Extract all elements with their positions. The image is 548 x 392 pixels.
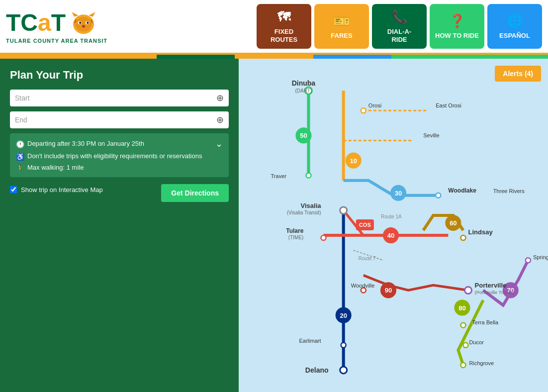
espanol-icon: 🌐 — [507, 13, 523, 29]
nav-dial-a-ride[interactable]: 📞 DIAL-A-RIDE — [372, 4, 427, 49]
svg-text:Porterville: Porterville — [475, 282, 507, 289]
svg-text:Three Rivers: Three Rivers — [493, 188, 525, 194]
nav-how-to-ride[interactable]: ❓ HOW TO RIDE — [430, 4, 484, 49]
svg-text:Tulare: Tulare — [286, 227, 303, 234]
how-to-ride-icon: ❓ — [449, 13, 465, 29]
dial-a-ride-icon: 📞 — [391, 9, 407, 25]
logo-area: TCaT — [6, 9, 107, 44]
end-input-row: ⊕ — [10, 111, 229, 128]
svg-text:Lindsay: Lindsay — [468, 228, 493, 236]
svg-point-32 — [340, 367, 347, 374]
svg-text:80: 80 — [458, 304, 466, 312]
color-bar-green — [157, 55, 235, 59]
svg-text:Route 7: Route 7 — [359, 256, 376, 261]
svg-text:(TIME): (TIME) — [288, 235, 304, 240]
svg-text:(DART): (DART) — [295, 88, 312, 94]
svg-point-24 — [460, 235, 465, 240]
svg-point-20 — [361, 108, 366, 113]
svg-text:60: 60 — [450, 219, 457, 227]
svg-text:Dinuba: Dinuba — [292, 79, 316, 87]
logo-subtitle: TULARE COUNTY AREA TRANSIT — [6, 38, 107, 44]
nav-buttons: 🗺 FIXEDROUTES 🎫 FARES 📞 DIAL-A-RIDE ❓ HO… — [257, 4, 542, 49]
svg-point-21 — [306, 173, 311, 178]
svg-text:Traver: Traver — [271, 173, 287, 179]
svg-text:Springville: Springville — [533, 254, 548, 260]
end-locate-icon[interactable]: ⊕ — [216, 114, 224, 125]
walking-row: 🚶 Max walking: 1 mile — [16, 164, 223, 172]
svg-text:Richgrove: Richgrove — [469, 360, 494, 366]
svg-text:Terra Bella: Terra Bella — [472, 319, 499, 325]
logo-letter-c: C — [20, 9, 38, 36]
eligibility-row: ♿ Don't include trips with eligibility r… — [16, 152, 223, 161]
nav-fixed-routes[interactable]: 🗺 FIXEDROUTES — [257, 4, 311, 49]
trip-planner-title: Plan Your Trip — [10, 69, 229, 82]
svg-point-22 — [340, 207, 347, 214]
svg-text:East Orosi: East Orosi — [436, 102, 461, 108]
header: TCaT — [0, 0, 548, 55]
svg-text:Woodlake: Woodlake — [448, 187, 476, 194]
nav-dial-a-ride-label: DIAL-A-RIDE — [387, 28, 411, 43]
svg-text:Delano: Delano — [305, 366, 329, 374]
svg-text:90: 90 — [385, 287, 392, 294]
logo-text: TCaT — [6, 9, 98, 37]
map-area: Alerts (4) — [239, 59, 548, 392]
show-map-checkbox[interactable] — [10, 186, 17, 193]
transit-map-svg: 50 10 30 COS 40 60 20 70 80 — [239, 59, 548, 392]
svg-point-8 — [79, 21, 82, 24]
show-map-label: Show trip on Interactive Map — [21, 186, 103, 194]
svg-text:Woodville: Woodville — [351, 283, 375, 289]
alerts-button[interactable]: Alerts (4) — [495, 66, 541, 82]
logo-letter-a: a — [38, 9, 51, 36]
color-bar-orange — [0, 55, 157, 59]
svg-point-1 — [76, 16, 92, 31]
svg-point-31 — [460, 363, 465, 368]
chevron-down-icon[interactable]: ⌄ — [215, 138, 223, 149]
svg-point-29 — [463, 343, 468, 348]
clock-icon: 🕐 — [16, 140, 24, 148]
svg-point-25 — [436, 193, 441, 198]
nav-espanol[interactable]: 🌐 ESPAÑOL — [487, 4, 542, 49]
departure-text: Departing after 3:30 PM on January 25th — [27, 140, 144, 147]
departure-row: 🕐 Departing after 3:30 PM on January 25t… — [16, 138, 223, 149]
svg-text:(Porterville Transit): (Porterville Transit) — [475, 290, 515, 295]
svg-text:30: 30 — [395, 190, 402, 197]
svg-text:50: 50 — [300, 132, 307, 139]
eligibility-text: Don't include trips with eligibility req… — [27, 152, 202, 160]
svg-text:Seville: Seville — [423, 132, 439, 138]
fares-icon: 🎫 — [334, 13, 350, 29]
show-map-row: Show trip on Interactive Map — [10, 186, 103, 194]
trip-planner-panel: Plan Your Trip ⊕ ⊕ 🕐 Departing after 3:3… — [0, 59, 239, 392]
logo-letter-t2: T — [51, 9, 66, 36]
svg-text:Ducor: Ducor — [469, 339, 484, 345]
svg-text:20: 20 — [340, 312, 347, 319]
logo-letter-t: T — [6, 9, 20, 36]
nav-fares[interactable]: 🎫 FARES — [314, 4, 369, 49]
svg-text:(Visalia Transit): (Visalia Transit) — [287, 210, 321, 215]
options-box: 🕐 Departing after 3:30 PM on January 25t… — [10, 133, 229, 177]
get-directions-button[interactable]: Get Directions — [161, 184, 229, 202]
start-locate-icon[interactable]: ⊕ — [216, 93, 224, 103]
nav-fares-label: FARES — [331, 32, 352, 40]
mascot-icon — [69, 9, 98, 37]
start-input[interactable] — [15, 94, 216, 102]
color-bar-blue — [313, 55, 391, 59]
fixed-routes-icon: 🗺 — [277, 9, 290, 25]
svg-text:40: 40 — [387, 232, 394, 239]
color-bar-lightgreen — [391, 55, 548, 59]
svg-point-9 — [87, 21, 89, 24]
svg-point-23 — [321, 235, 326, 240]
nav-fixed-routes-label: FIXEDROUTES — [271, 28, 297, 43]
svg-point-33 — [526, 258, 531, 263]
nav-how-to-ride-label: HOW TO RIDE — [435, 32, 479, 40]
end-input[interactable] — [15, 116, 216, 124]
svg-text:10: 10 — [350, 157, 357, 165]
start-input-row: ⊕ — [10, 90, 229, 106]
svg-text:COS: COS — [359, 222, 371, 228]
logo-tcat: TCaT — [6, 11, 66, 35]
svg-text:Earlimart: Earlimart — [299, 338, 321, 344]
main-content: Plan Your Trip ⊕ ⊕ 🕐 Departing after 3:3… — [0, 59, 548, 392]
color-bar — [0, 55, 548, 59]
svg-text:Orosi: Orosi — [368, 102, 381, 108]
svg-text:Route 1A: Route 1A — [381, 214, 402, 219]
svg-point-27 — [464, 287, 471, 294]
